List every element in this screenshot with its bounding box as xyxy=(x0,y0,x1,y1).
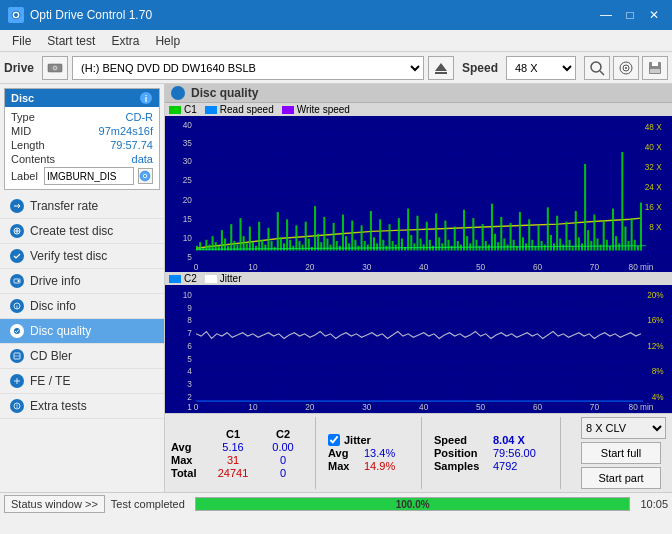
nav-disc-info[interactable]: i Disc info xyxy=(0,294,164,319)
eject-button[interactable] xyxy=(428,56,454,80)
svg-rect-76 xyxy=(239,218,241,250)
svg-rect-134 xyxy=(420,239,422,251)
start-full-button[interactable]: Start full xyxy=(581,442,661,464)
nav-icon-disc-quality xyxy=(10,324,24,338)
minimize-button[interactable]: — xyxy=(596,5,616,25)
disc-type-row: Type CD-R xyxy=(11,111,153,123)
svg-rect-179 xyxy=(559,239,561,251)
nav-icon-fe-te xyxy=(10,374,24,388)
disc-contents-row: Contents data xyxy=(11,153,153,165)
nav-disc-quality[interactable]: Disc quality xyxy=(0,319,164,344)
svg-rect-132 xyxy=(413,243,415,250)
svg-text:40 X: 40 X xyxy=(645,141,662,152)
svg-rect-194 xyxy=(606,240,608,251)
legend-c1-color xyxy=(169,106,181,114)
scan-icon[interactable] xyxy=(584,56,610,80)
progress-text: 100.0% xyxy=(396,498,430,512)
svg-point-24 xyxy=(18,280,20,282)
svg-rect-185 xyxy=(578,237,580,250)
chart-header: Disc quality xyxy=(165,84,672,103)
svg-rect-121 xyxy=(379,219,381,250)
jitter-checkbox[interactable] xyxy=(328,434,340,446)
svg-rect-13 xyxy=(652,62,658,66)
svg-rect-186 xyxy=(581,243,583,250)
progress-bar-container: 100.0% xyxy=(195,497,631,511)
total-row: Total 24741 0 xyxy=(171,467,303,479)
status-window-button[interactable]: Status window >> xyxy=(4,495,105,513)
nav-transfer-rate[interactable]: Transfer rate xyxy=(0,194,164,219)
clv-select[interactable]: 8 X CLV xyxy=(581,417,666,439)
svg-rect-133 xyxy=(416,216,418,251)
menu-starttest[interactable]: Start test xyxy=(39,32,103,50)
label-icon-button[interactable] xyxy=(138,168,153,184)
bottom-chart-svg: 10 9 8 7 6 5 4 3 2 1 20% 16% 12% 8% 4% xyxy=(165,285,672,413)
speed-select[interactable]: 48 X xyxy=(506,56,576,80)
nav-create-test-disc[interactable]: Create test disc xyxy=(0,219,164,244)
burn-icon[interactable] xyxy=(613,56,639,80)
extra-icons xyxy=(584,56,668,80)
svg-text:10: 10 xyxy=(248,402,257,413)
svg-text:10: 10 xyxy=(183,232,192,243)
window-controls: — □ ✕ xyxy=(596,5,664,25)
nav-cd-bler[interactable]: CD Bler xyxy=(0,344,164,369)
start-part-button[interactable]: Start part xyxy=(581,467,661,489)
avg-label: Avg xyxy=(171,441,203,453)
save-icon[interactable] xyxy=(642,56,668,80)
stats-area: C1 C2 Avg 5.16 0.00 Max 31 0 Total 24741… xyxy=(165,413,672,492)
legend-jitter-label: Jitter xyxy=(220,273,242,284)
svg-rect-70 xyxy=(221,230,223,250)
svg-text:20: 20 xyxy=(305,261,314,272)
c1-avg: 5.16 xyxy=(209,441,257,453)
drive-select[interactable]: (H:) BENQ DVD DD DW1640 BSLB xyxy=(72,56,424,80)
svg-rect-191 xyxy=(596,239,598,251)
menu-help[interactable]: Help xyxy=(147,32,188,50)
disc-label-row: Label xyxy=(11,167,153,185)
drivebar: Drive (H:) BENQ DVD DD DW1640 BSLB Speed… xyxy=(0,52,672,84)
legend-c2-label: C2 xyxy=(184,273,197,284)
disc-label-input[interactable] xyxy=(44,167,134,185)
maximize-button[interactable]: □ xyxy=(620,5,640,25)
close-button[interactable]: ✕ xyxy=(644,5,664,25)
svg-text:4: 4 xyxy=(187,366,192,377)
speed-stat-value: 8.04 X xyxy=(493,434,548,446)
svg-rect-169 xyxy=(528,219,530,250)
svg-rect-176 xyxy=(550,235,552,251)
svg-rect-125 xyxy=(392,241,394,251)
svg-rect-91 xyxy=(286,219,288,250)
menu-file[interactable]: File xyxy=(4,32,39,50)
nav-verify-test-disc[interactable]: Verify test disc xyxy=(0,244,164,269)
svg-text:25: 25 xyxy=(183,175,192,186)
position-value: 79:56.00 xyxy=(493,447,548,459)
svg-rect-90 xyxy=(283,243,285,250)
svg-text:48 X: 48 X xyxy=(645,122,662,133)
svg-text:7: 7 xyxy=(187,328,192,339)
legend-write-label: Write speed xyxy=(297,104,350,115)
svg-rect-188 xyxy=(587,230,589,250)
svg-rect-136 xyxy=(426,222,428,251)
svg-rect-174 xyxy=(544,245,546,251)
nav-extra-tests[interactable]: Extra tests xyxy=(0,394,164,419)
svg-rect-119 xyxy=(373,237,375,250)
svg-rect-69 xyxy=(218,246,220,251)
svg-rect-143 xyxy=(447,240,449,251)
svg-rect-198 xyxy=(618,243,620,250)
nav-drive-info[interactable]: Drive info xyxy=(0,269,164,294)
svg-rect-120 xyxy=(376,243,378,250)
legend-jitter-color xyxy=(205,275,217,283)
samples-row: Samples 4792 xyxy=(434,460,548,472)
nav-fe-te[interactable]: FE / TE xyxy=(0,369,164,394)
status-time: 10:05 xyxy=(640,498,668,510)
svg-rect-85 xyxy=(267,228,269,251)
left-panel: Disc i Type CD-R MID 97m24s16f Length 79… xyxy=(0,84,165,492)
svg-rect-190 xyxy=(593,215,595,251)
svg-point-4 xyxy=(54,67,56,69)
svg-text:8 X: 8 X xyxy=(649,222,661,233)
position-label: Position xyxy=(434,447,489,459)
svg-text:12%: 12% xyxy=(647,341,664,352)
right-panel: Disc quality C1 Read speed Write speed xyxy=(165,84,672,492)
svg-text:40: 40 xyxy=(183,119,192,130)
menu-extra[interactable]: Extra xyxy=(103,32,147,50)
svg-rect-160 xyxy=(500,217,502,251)
svg-rect-175 xyxy=(547,207,549,250)
svg-rect-204 xyxy=(637,246,639,251)
